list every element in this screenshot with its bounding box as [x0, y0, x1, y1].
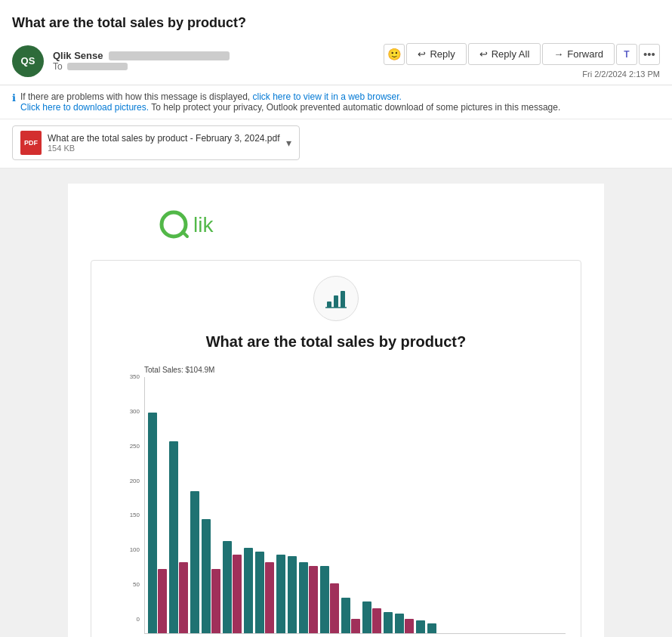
info-icon: ℹ	[12, 92, 16, 104]
bar-teal	[416, 620, 425, 633]
bar-pink	[233, 555, 242, 633]
bar-teal	[148, 413, 157, 633]
bar-group	[244, 548, 253, 633]
bar-group	[169, 441, 188, 633]
bar-pink	[351, 619, 360, 633]
chart-icon-wrapper	[106, 276, 566, 321]
emoji-button[interactable]: 🙂	[384, 44, 405, 65]
bar-group	[288, 556, 297, 633]
email-date: Fri 2/2/2024 2:13 PM	[582, 70, 660, 79]
bar-group	[341, 598, 360, 633]
bar-pink	[405, 619, 414, 633]
bar-chart-icon	[324, 286, 348, 311]
pdf-icon: PDF	[20, 131, 42, 155]
sender-row: QS Qlik Sense To 🙂 ↩ Reply	[12, 37, 660, 85]
chart-x-axis: ProductComponentsBeveragesLunch BagSnack…	[144, 634, 566, 637]
bar-group	[416, 620, 425, 633]
bar-group	[362, 601, 381, 633]
svg-rect-5	[341, 291, 345, 308]
to-label: To	[53, 61, 63, 72]
teams-button[interactable]: T	[616, 44, 637, 65]
view-in-browser-link[interactable]: click here to view it in a web browser.	[252, 91, 401, 102]
email-subject: What are the total sales by product?	[12, 8, 660, 37]
email-content: lik What are the total sales by product?	[68, 184, 604, 637]
attachment-chevron-icon: ▾	[286, 137, 291, 149]
more-icon: •••	[643, 48, 655, 60]
bar-group	[276, 555, 285, 633]
bar-group	[395, 614, 414, 633]
forward-arrow-icon: →	[553, 48, 563, 60]
bar-teal	[244, 548, 253, 633]
sender-info: Qlik Sense To	[53, 50, 230, 72]
attachment-info: What are the total sales by product - Fe…	[48, 133, 280, 153]
bar-pink	[265, 562, 274, 633]
svg-rect-3	[327, 301, 331, 308]
bar-group	[299, 562, 318, 633]
y-label-0: 0	[106, 616, 140, 623]
bar-group	[427, 623, 436, 633]
y-label-300: 300	[106, 408, 140, 415]
bar-group	[255, 552, 274, 633]
bar-group	[384, 612, 393, 633]
reply-all-arrow-icon: ↩	[479, 48, 488, 60]
bar-teal	[384, 612, 393, 633]
info-bar: ℹ If there are problems with how this me…	[0, 85, 672, 119]
recipient-email	[67, 63, 128, 70]
attachment-size: 154 KB	[48, 144, 280, 153]
bar-group	[320, 566, 339, 633]
emoji-icon: 🙂	[387, 48, 402, 61]
bar-teal	[223, 541, 232, 633]
chart-icon-circle	[313, 276, 359, 321]
bar-teal	[190, 491, 199, 633]
reply-all-button[interactable]: ↩ Reply All	[468, 43, 541, 65]
y-label-50: 50	[106, 581, 140, 588]
forward-button[interactable]: → Forward	[542, 43, 615, 65]
info-text: If there are problems with how this mess…	[20, 91, 560, 113]
teams-icon: T	[624, 49, 629, 60]
bar-pink	[372, 608, 381, 633]
attachment-item[interactable]: PDF What are the total sales by product …	[12, 125, 300, 160]
y-label-200: 200	[106, 478, 140, 484]
more-button[interactable]: •••	[639, 44, 660, 65]
sender-left: QS Qlik Sense To	[12, 45, 230, 77]
y-axis-labels: 0 50 100 150 200 250 300 350	[106, 366, 140, 623]
svg-text:lik: lik	[193, 213, 214, 237]
y-label-100: 100	[106, 546, 140, 553]
y-label-350: 350	[106, 373, 140, 380]
sender-name: Qlik Sense	[53, 50, 103, 61]
reply-button[interactable]: ↩ Reply	[406, 43, 466, 65]
qlik-logo: lik	[159, 206, 581, 260]
bar-teal	[341, 598, 350, 633]
bar-teal	[427, 623, 436, 633]
bar-teal	[362, 601, 371, 633]
bar-pink	[330, 583, 339, 633]
toolbar: 🙂 ↩ Reply ↩ Reply All → Forward T	[384, 43, 660, 65]
bar-group	[223, 541, 242, 633]
y-label-150: 150	[106, 512, 140, 518]
bar-teal	[169, 441, 178, 633]
bar-group	[148, 413, 167, 633]
bar-pink	[211, 569, 220, 633]
chart-container: What are the total sales by product? 0 5…	[91, 260, 581, 637]
email-body: lik What are the total sales by product?	[0, 169, 672, 637]
svg-line-1	[183, 232, 187, 237]
email-header: What are the total sales by product? QS …	[0, 0, 672, 85]
chart-area: Total Sales: $104.9M Sales ($M) ProductC…	[144, 366, 566, 637]
attachment-bar: PDF What are the total sales by product …	[0, 119, 672, 169]
qlik-logo-svg: lik	[159, 206, 249, 243]
reply-label: Reply	[430, 48, 455, 60]
download-pictures-link[interactable]: Click here to download pictures.	[20, 102, 149, 113]
bar-teal	[288, 556, 297, 633]
total-sales-label: Total Sales: $104.9M	[144, 366, 566, 374]
y-label-250: 250	[106, 443, 140, 450]
sender-email	[109, 51, 230, 60]
attachment-name: What are the total sales by product - Fe…	[48, 133, 280, 144]
chart-title: What are the total sales by product?	[106, 333, 566, 351]
sender-to-row: To	[53, 61, 230, 72]
bar-group	[202, 519, 220, 633]
sender-right: 🙂 ↩ Reply ↩ Reply All → Forward T	[384, 43, 660, 79]
avatar: QS	[12, 45, 44, 77]
chart-wrapper: 0 50 100 150 200 250 300 350 Total Sales…	[106, 366, 566, 637]
bar-teal	[395, 614, 404, 633]
bar-pink	[309, 566, 318, 633]
